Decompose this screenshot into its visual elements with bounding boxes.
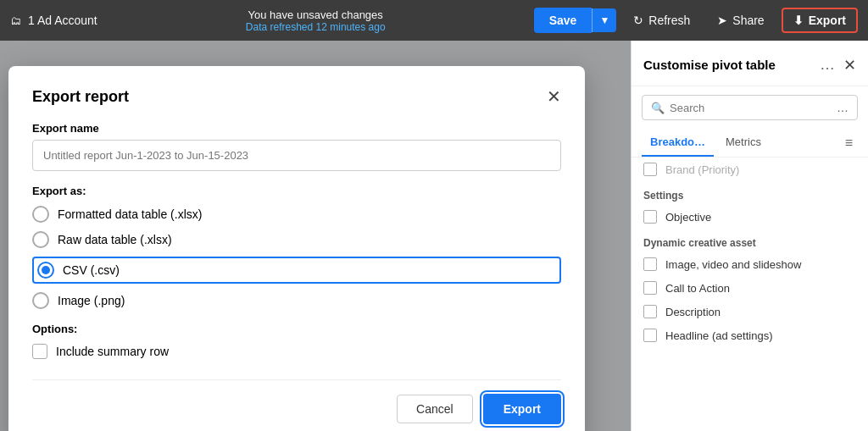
- export-format-group: Formatted data table (.xlsx) Raw data ta…: [32, 206, 561, 309]
- modal-title: Export report: [32, 88, 129, 106]
- save-group: Save ▼: [534, 8, 617, 33]
- center-area: Export report ✕ Export name Export as: F…: [0, 41, 631, 431]
- radio-label-raw: Raw data table (.xlsx): [58, 233, 172, 246]
- radio-circle-csv: [37, 262, 54, 279]
- radio-image[interactable]: Image (.png): [32, 292, 561, 309]
- save-dropdown-button[interactable]: ▼: [592, 8, 616, 32]
- top-bar-actions: Save ▼ ↻ Refresh ➤ Share ⬇ Export: [534, 8, 858, 33]
- objective-label: Objective: [665, 211, 711, 224]
- settings-section-label: Settings: [632, 181, 868, 205]
- modal-header: Export report ✕: [32, 86, 561, 107]
- right-panel-body: Brand (Priority) Settings Objective Dyna…: [632, 157, 868, 431]
- export-name-label: Export name: [32, 122, 561, 135]
- main-layout: Export report ✕ Export name Export as: F…: [0, 41, 868, 431]
- export-name-input[interactable]: [32, 140, 561, 171]
- call-to-action-label: Call to Action: [665, 282, 730, 295]
- radio-circle-formatted: [32, 206, 49, 223]
- panel-item-image-video[interactable]: Image, video and slideshow: [632, 252, 868, 276]
- unsaved-changes-text: You have unsaved changes: [248, 8, 383, 21]
- panel-item-headline[interactable]: Headline (ad settings): [632, 323, 868, 347]
- panel-item-objective[interactable]: Objective: [632, 205, 868, 229]
- tab-filter-icon[interactable]: ≡: [840, 132, 858, 154]
- call-to-action-checkbox[interactable]: [643, 281, 657, 295]
- panel-more-button[interactable]: …: [816, 52, 838, 77]
- share-icon: ➤: [717, 14, 727, 27]
- search-icon: 🔍: [651, 102, 665, 114]
- export-modal: Export report ✕ Export name Export as: F…: [8, 66, 585, 431]
- radio-raw[interactable]: Raw data table (.xlsx): [32, 231, 561, 248]
- tab-breakdown[interactable]: Breakdo…: [642, 129, 714, 157]
- include-summary-label: Include summary row: [56, 345, 169, 358]
- brand-checkbox[interactable]: [643, 163, 657, 176]
- panel-item-brand[interactable]: Brand (Priority): [632, 157, 868, 181]
- modal-footer: Cancel Export: [32, 379, 561, 424]
- refresh-button[interactable]: ↻ Refresh: [623, 8, 700, 33]
- refresh-icon: ↻: [633, 14, 643, 27]
- headline-label: Headline (ad settings): [665, 329, 772, 342]
- export-as-label: Export as:: [32, 185, 561, 197]
- image-video-label: Image, video and slideshow: [665, 258, 801, 271]
- export-icon: ⬇: [793, 14, 804, 27]
- brand-label: Brand (Priority): [665, 163, 739, 176]
- radio-circle-raw: [32, 231, 49, 248]
- right-panel: Customise pivot table … ✕ 🔍 … Breakdo… M…: [631, 41, 868, 431]
- panel-item-call-to-action[interactable]: Call to Action: [632, 276, 868, 300]
- tab-metrics[interactable]: Metrics: [717, 129, 770, 157]
- cancel-button[interactable]: Cancel: [397, 395, 473, 423]
- top-bar: 🗂 1 Ad Account You have unsaved changes …: [0, 0, 868, 41]
- modal-overlay: Export report ✕ Export name Export as: F…: [0, 41, 631, 431]
- image-video-checkbox[interactable]: [643, 257, 657, 271]
- description-checkbox[interactable]: [643, 305, 657, 318]
- save-status-center: You have unsaved changes Data refreshed …: [246, 8, 386, 33]
- radio-label-image: Image (.png): [58, 294, 125, 307]
- right-panel-title: Customise pivot table: [643, 58, 776, 72]
- radio-csv[interactable]: CSV (.csv): [32, 257, 561, 284]
- radio-label-formatted: Formatted data table (.xlsx): [58, 207, 202, 221]
- search-bar: 🔍 …: [642, 95, 858, 120]
- include-summary-checkbox[interactable]: [32, 344, 47, 359]
- save-button[interactable]: Save: [534, 8, 593, 33]
- ad-account-label: 1 Ad Account: [28, 14, 97, 27]
- radio-label-csv: CSV (.csv): [63, 263, 120, 277]
- headline-checkbox[interactable]: [643, 329, 657, 342]
- radio-formatted[interactable]: Formatted data table (.xlsx): [32, 206, 561, 223]
- dynamic-creative-section-label: Dynamic creative asset: [632, 229, 868, 252]
- panel-item-description[interactable]: Description: [632, 300, 868, 323]
- radio-circle-image: [32, 292, 49, 309]
- ad-account-icon: 🗂: [10, 14, 21, 27]
- modal-close-button[interactable]: ✕: [547, 86, 561, 107]
- description-label: Description: [665, 306, 721, 318]
- options-label: Options:: [32, 323, 561, 335]
- objective-checkbox[interactable]: [643, 210, 657, 224]
- refreshed-text: Data refreshed 12 minutes ago: [246, 21, 386, 33]
- include-summary-row-item[interactable]: Include summary row: [32, 344, 561, 359]
- right-panel-close-button[interactable]: ✕: [843, 56, 856, 75]
- export-button[interactable]: ⬇ Export: [782, 8, 858, 33]
- search-more-button[interactable]: …: [837, 101, 849, 114]
- modal-export-button[interactable]: Export: [483, 394, 561, 424]
- right-panel-header: Customise pivot table … ✕: [632, 41, 868, 86]
- share-button[interactable]: ➤ Share: [707, 8, 774, 33]
- search-input[interactable]: [670, 102, 832, 114]
- ad-account-section: 🗂 1 Ad Account: [10, 14, 97, 27]
- tabs-row: Breakdo… Metrics ≡: [632, 129, 868, 157]
